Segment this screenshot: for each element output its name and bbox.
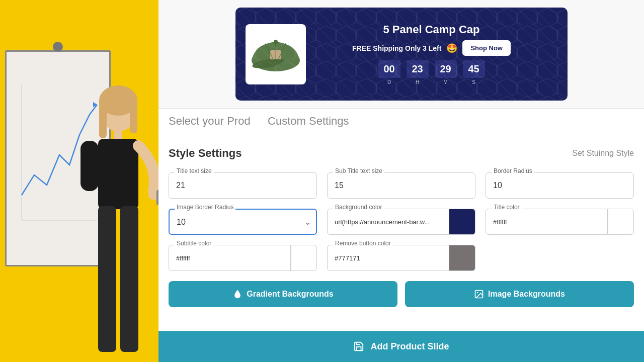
set-style-link[interactable]: Set Stuinng Style: [572, 149, 634, 158]
tab-select-product[interactable]: Select your Prod: [169, 109, 251, 134]
image-border-radius-select-wrapper: 10 0 5 15 20 ⌄: [169, 209, 317, 235]
save-icon: [353, 341, 364, 352]
title-color-swatch[interactable]: [608, 209, 634, 235]
settings-header: Style Settings Set Stuinng Style: [169, 147, 634, 160]
nav-tabs: Select your Prod Custom Settings: [158, 109, 644, 134]
subtitle-color-label: Subtitle color: [175, 240, 213, 247]
image-backgrounds-label: Image Backgrounds: [488, 290, 565, 299]
remove-button-color-input[interactable]: [327, 245, 449, 271]
subtitle-color-group: Subtitle color: [169, 245, 317, 271]
svg-point-19: [477, 292, 478, 294]
title-color-group: Title color: [486, 209, 634, 235]
gradient-backgrounds-label: Gradient Backgrounds: [247, 290, 333, 299]
background-color-label: Background color: [333, 204, 384, 211]
settings-title: Style Settings: [169, 147, 242, 160]
svg-rect-12: [98, 206, 116, 352]
svg-rect-8: [98, 139, 138, 209]
title-text-size-group: Title text size: [169, 172, 317, 199]
background-color-input[interactable]: [327, 209, 449, 235]
announcement-bar: 5 Panel Camp Cap FREE Shipping Only 3 Le…: [235, 8, 568, 101]
remove-button-color-group: Remove button color: [327, 245, 475, 271]
border-radius-group: Border Radius: [486, 172, 634, 199]
svg-rect-13: [120, 206, 138, 352]
remove-button-color-label: Remove button color: [333, 240, 393, 247]
title-color-input[interactable]: [486, 209, 608, 235]
add-product-slide-bar[interactable]: Add Product Slide: [158, 331, 644, 362]
svg-rect-7: [114, 130, 122, 140]
main-content: Style Settings Set Stuinng Style Title t…: [158, 134, 644, 331]
subtitle-color-input-wrapper: Subtitle color: [169, 245, 291, 271]
droplet-icon: [232, 289, 243, 299]
add-product-slide-label: Add Product Slide: [370, 341, 449, 352]
preview-area: 5 Panel Camp Cap FREE Shipping Only 3 Le…: [158, 0, 644, 109]
image-border-radius-label: Image Border Radius: [175, 204, 235, 211]
gradient-backgrounds-button[interactable]: Gradient Backgrounds: [169, 281, 397, 307]
background-color-input-wrapper: Background color: [327, 209, 449, 235]
remove-button-color-swatch[interactable]: [449, 245, 475, 271]
fields-row-1: Title text size Sub Title text size Bord…: [169, 172, 634, 199]
fields-row-2: Image Border Radius 10 0 5 15 20 ⌄ Backg…: [169, 209, 634, 235]
action-buttons: Gradient Backgrounds Image Backgrounds: [169, 281, 634, 307]
woman-figure: [48, 70, 158, 362]
svg-rect-5: [99, 98, 107, 138]
sub-title-text-size-input[interactable]: [327, 172, 475, 199]
border-radius-label: Border Radius: [492, 167, 534, 174]
border-radius-input[interactable]: [486, 172, 634, 199]
image-border-radius-group: Image Border Radius 10 0 5 15 20 ⌄: [169, 209, 317, 235]
image-border-radius-select[interactable]: 10 0 5 15 20: [169, 209, 317, 235]
title-color-input-wrapper: Title color: [486, 209, 608, 235]
background-color-group: Background color: [327, 209, 475, 235]
svg-rect-6: [130, 98, 137, 133]
image-backgrounds-button[interactable]: Image Backgrounds: [405, 281, 634, 307]
subtitle-color-swatch[interactable]: [291, 245, 317, 271]
image-icon: [474, 289, 484, 299]
tab-custom-settings[interactable]: Custom Settings: [268, 109, 349, 134]
title-text-size-label: Title text size: [175, 167, 214, 174]
subtitle-color-input[interactable]: [169, 245, 291, 271]
right-panel: 5 Panel Camp Cap FREE Shipping Only 3 Le…: [158, 0, 644, 362]
remove-button-color-input-wrapper: Remove button color: [327, 245, 449, 271]
title-text-size-input[interactable]: [169, 172, 317, 199]
hex-pattern: [235, 8, 568, 101]
sub-title-text-size-label: Sub Title text size: [333, 167, 384, 174]
fields-row-3: Subtitle color Remove button color: [169, 245, 634, 271]
sub-title-text-size-group: Sub Title text size: [327, 172, 475, 199]
title-color-label: Title color: [492, 204, 522, 211]
left-panel: [0, 0, 158, 362]
svg-rect-9: [80, 141, 99, 191]
background-color-swatch[interactable]: [449, 209, 475, 235]
